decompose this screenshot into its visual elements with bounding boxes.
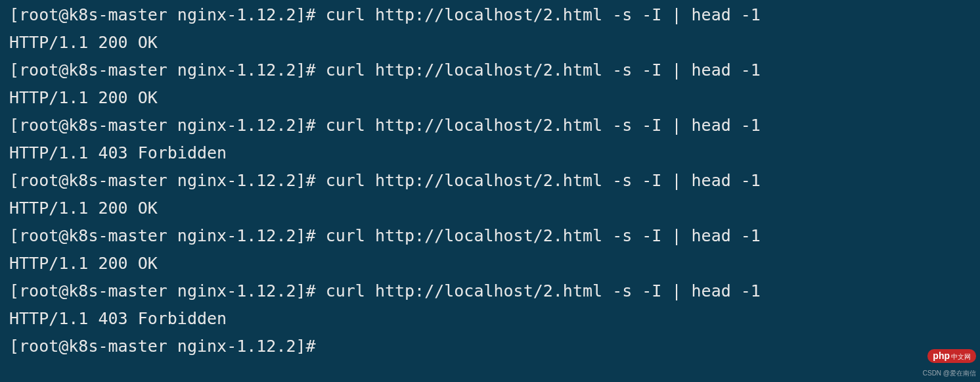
terminal-command-line: [root@k8s-master nginx-1.12.2]# curl htt… bbox=[9, 277, 971, 305]
terminal-output-forbidden: HTTP/1.1 403 Forbidden bbox=[9, 305, 971, 333]
watermark-subtitle: CSDN @爱在南信 bbox=[923, 369, 976, 378]
terminal-command-line: [root@k8s-master nginx-1.12.2]# curl htt… bbox=[9, 112, 971, 139]
terminal-output-ok: HTTP/1.1 200 OK bbox=[9, 84, 971, 112]
terminal-area[interactable]: [root@k8s-master nginx-1.12.2]# curl htt… bbox=[0, 0, 980, 360]
terminal-command-line: [root@k8s-master nginx-1.12.2]# curl htt… bbox=[9, 1, 971, 29]
terminal-output-ok: HTTP/1.1 200 OK bbox=[9, 29, 971, 57]
terminal-command-line: [root@k8s-master nginx-1.12.2]# curl htt… bbox=[9, 167, 971, 195]
terminal-output-forbidden: HTTP/1.1 403 Forbidden bbox=[9, 139, 971, 167]
terminal-command-line: [root@k8s-master nginx-1.12.2]# curl htt… bbox=[9, 222, 971, 250]
terminal-command-line: [root@k8s-master nginx-1.12.2]# curl htt… bbox=[9, 57, 971, 84]
terminal-output-ok: HTTP/1.1 200 OK bbox=[9, 195, 971, 222]
terminal-output-ok: HTTP/1.1 200 OK bbox=[9, 250, 971, 277]
terminal-prompt: [root@k8s-master nginx-1.12.2]# bbox=[9, 333, 971, 360]
